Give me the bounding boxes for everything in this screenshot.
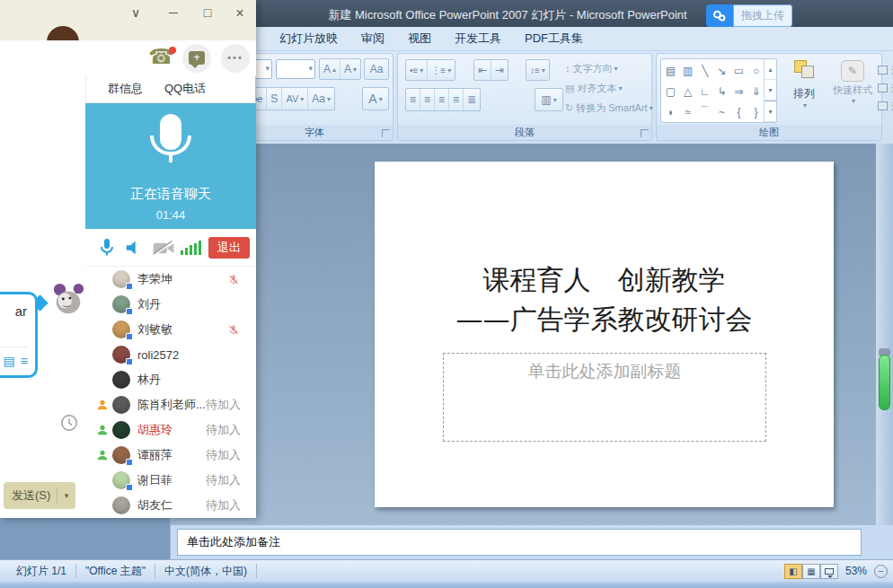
increase-indent-button[interactable]: ⇥	[491, 60, 508, 80]
shape-elbow-arrow-icon[interactable]: ↳	[713, 81, 730, 101]
member-row[interactable]: 刘敏敏	[85, 317, 256, 342]
message-history-icon[interactable]	[60, 414, 78, 432]
member-row[interactable]: 谭丽萍 待加入	[85, 443, 256, 468]
font-size-combobox[interactable]: ▾	[276, 59, 315, 79]
minimize-icon[interactable]: ─	[166, 5, 181, 20]
theme-name[interactable]: "Office 主题"	[76, 564, 155, 579]
align-center-button[interactable]: ≡	[420, 89, 435, 110]
slide-title-placeholder[interactable]: 课程育人 创新教学 ——广告学系教改研讨会	[375, 260, 834, 339]
subtitle-placeholder[interactable]: 单击此处添加副标题	[443, 353, 766, 442]
close-icon[interactable]: ×	[233, 5, 247, 22]
member-row[interactable]: 林丹	[85, 367, 256, 392]
tab-view[interactable]: 视图	[396, 27, 443, 50]
member-row[interactable]: 刘丹	[85, 292, 256, 317]
quick-styles-button[interactable]: ✎ 快速样式 ▾	[829, 57, 876, 105]
shape-left-brace-icon[interactable]: {	[730, 101, 747, 122]
member-row[interactable]: 胡惠玲 待加入	[85, 417, 256, 443]
member-row[interactable]: 谢日菲 待加入	[85, 468, 256, 493]
send-options-chevron-icon[interactable]: ▾	[57, 491, 75, 500]
file-menu-icon[interactable]: ≡	[21, 354, 28, 368]
clear-formatting-button[interactable]: Aa	[364, 58, 389, 80]
align-right-button[interactable]: ≡	[435, 89, 449, 110]
decrease-indent-button[interactable]: ⇤	[474, 60, 491, 80]
convert-to-smartart-button[interactable]: ↻转换为 SmartArt▾	[565, 98, 651, 118]
camera-off-icon[interactable]	[152, 241, 175, 256]
shrink-font-button[interactable]: A▾	[340, 59, 360, 79]
send-button[interactable]: 发送(S) ▾	[4, 482, 75, 509]
text-direction-button[interactable]: ↕文字方向▾	[565, 58, 651, 78]
numbering-button[interactable]: ⋮≡▾	[428, 60, 455, 80]
bullets-button[interactable]: •≡▾	[406, 60, 428, 80]
shape-fill-button[interactable]: 形	[878, 61, 893, 79]
file-detail-icon[interactable]: ▤	[4, 354, 15, 368]
maximize-icon[interactable]: □	[200, 5, 215, 20]
member-row[interactable]: 陈肖利老师... 待加入	[85, 392, 256, 417]
shape-down-arrow-icon[interactable]: ⇓	[747, 81, 765, 101]
shape-line-icon[interactable]: ╲	[696, 60, 713, 81]
shape-triangle-icon[interactable]: △	[679, 81, 696, 101]
language-indicator[interactable]: 中文(简体，中国)	[155, 564, 256, 579]
tab-review[interactable]: 审阅	[349, 27, 396, 50]
align-text-button[interactable]: ▤对齐文本▾	[565, 78, 651, 98]
tab-developer[interactable]: 开发工具	[443, 27, 513, 50]
gallery-more-button[interactable]: ▾	[765, 101, 776, 122]
shape-curve-icon[interactable]: ~	[713, 101, 730, 122]
shape-effects-button[interactable]: 形	[878, 97, 893, 115]
pending-person-icon	[96, 449, 109, 461]
font-dialog-launcher[interactable]	[382, 129, 390, 137]
normal-view-button[interactable]: ◧	[784, 564, 802, 579]
scrollbar-thumb[interactable]	[879, 355, 890, 410]
member-row[interactable]: 胡友仁 待加入	[85, 493, 256, 518]
shape-vertical-textbox-icon[interactable]: ▥	[679, 60, 696, 81]
message-plus-icon: +	[189, 51, 205, 65]
shape-elbow-connector-icon[interactable]: ∟	[696, 81, 713, 101]
vertical-scrollbar[interactable]	[876, 144, 893, 525]
align-left-button[interactable]: ≡	[406, 89, 420, 110]
tab-pdf-tools[interactable]: PDF工具集	[513, 27, 595, 50]
tab-qq-call[interactable]: QQ电话	[164, 81, 206, 97]
file-message-bubble[interactable]: ar ▤ ≡	[0, 292, 38, 378]
avatar-badge	[126, 459, 133, 466]
justify-button[interactable]: ≡	[449, 89, 464, 110]
drag-upload-button[interactable]: 拖拽上传	[733, 4, 792, 27]
columns-button[interactable]: ▥▾	[535, 88, 563, 111]
tab-slideshow[interactable]: 幻灯片放映	[268, 27, 349, 50]
shape-outline-button[interactable]: 形	[878, 79, 893, 97]
baidu-netdisk-upload-widget[interactable]: 拖拽上传	[706, 4, 792, 27]
shape-right-arrow-icon[interactable]: ⇒	[730, 81, 747, 101]
mic-toggle-icon[interactable]	[98, 238, 116, 258]
tab-group-info[interactable]: 群信息	[108, 81, 143, 97]
slide-sorter-view-button[interactable]: ▦	[802, 564, 820, 579]
shape-arc-icon[interactable]: ⌒	[696, 101, 713, 122]
exit-call-button[interactable]: 退出	[208, 237, 250, 259]
distribute-button[interactable]: ≣	[464, 89, 480, 110]
slide-canvas[interactable]: 课程育人 创新教学 ——广告学系教改研讨会 单击此处添加副标题	[375, 162, 834, 507]
shape-right-brace-icon[interactable]: }	[747, 101, 765, 122]
character-spacing-button[interactable]: AV▾	[282, 88, 308, 110]
collapse-window-icon[interactable]: ∨	[128, 5, 143, 20]
notes-input[interactable]: 单击此处添加备注	[177, 529, 862, 556]
font-color-button[interactable]: A▾	[362, 87, 389, 110]
shape-arrow-icon[interactable]: ↘	[713, 60, 730, 81]
slideshow-view-button[interactable]	[820, 564, 838, 579]
shape-rounded-rect-icon[interactable]: ▢	[662, 81, 679, 101]
shape-textbox-icon[interactable]: ▤	[662, 60, 679, 81]
arrange-button[interactable]: 排列 ▾	[784, 57, 824, 110]
shape-rectangle-icon[interactable]: ▭	[730, 60, 747, 81]
member-row[interactable]: 李荣坤	[85, 267, 256, 292]
change-case-button[interactable]: Aa▾	[308, 88, 334, 110]
gallery-scroll-up[interactable]: ▴	[765, 59, 776, 80]
gallery-scroll-down[interactable]: ▾	[765, 80, 776, 101]
more-actions-button[interactable]: •••	[221, 44, 250, 73]
zoom-out-button[interactable]: −	[874, 565, 888, 578]
line-spacing-button[interactable]: ↕≡▾	[526, 60, 549, 80]
shape-scribble-icon[interactable]: ≈	[679, 101, 696, 122]
paragraph-dialog-launcher[interactable]	[641, 129, 649, 137]
text-shadow-button[interactable]: S	[267, 88, 282, 110]
speaker-toggle-icon[interactable]	[125, 240, 141, 256]
shape-freeform-icon[interactable]: ◗	[662, 101, 679, 122]
grow-font-button[interactable]: A▴	[320, 59, 340, 79]
member-row[interactable]: roli2572	[85, 342, 256, 367]
create-session-button[interactable]: +	[182, 44, 211, 73]
shape-oval-icon[interactable]: ○	[747, 60, 765, 81]
